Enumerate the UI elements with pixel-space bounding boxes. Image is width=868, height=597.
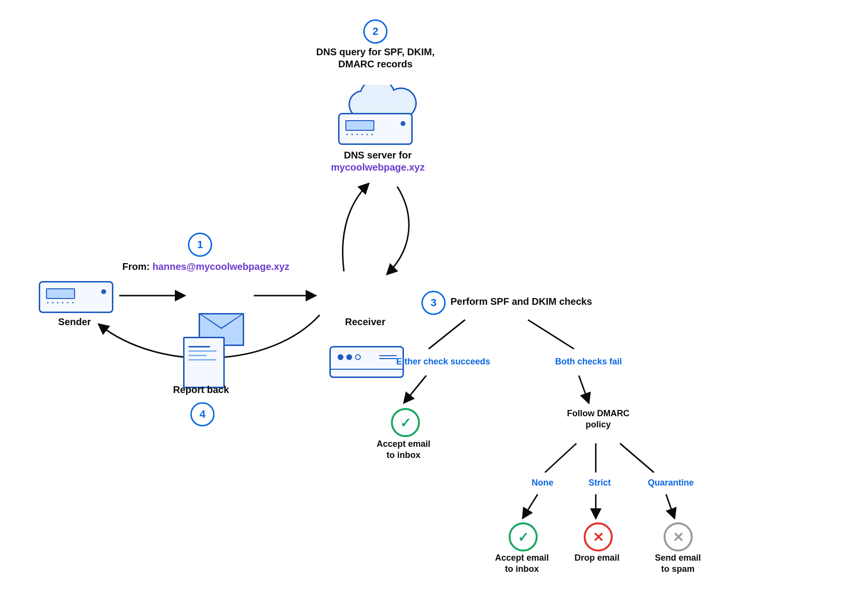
outcome-quarantine-icon: ✕ [664, 522, 693, 551]
outcome-none-label: Accept email to inbox [482, 552, 562, 574]
outcome-quarantine-label: Send email to spam [640, 552, 715, 574]
dns-server-icon: • • • • • • [338, 113, 413, 145]
step-4-badge: 4 [190, 402, 215, 426]
branch-fail: Both checks fail [540, 356, 637, 367]
step-3-text: Perform SPF and DKIM checks [450, 296, 615, 308]
outcome-none-icon: ✓ [509, 522, 538, 551]
step-1-number: 1 [197, 238, 203, 251]
step-2-number: 2 [372, 25, 378, 38]
svg-line-6 [545, 443, 576, 472]
receiver-label: Receiver [329, 316, 401, 328]
svg-line-2 [429, 320, 465, 349]
dmarc-flow-diagram: 2 DNS query for SPF, DKIM, DMARC records… [0, 0, 868, 597]
svg-line-9 [523, 494, 538, 518]
outcome-accept-label: Accept email to inbox [362, 439, 445, 460]
step-4-text: Report back [155, 384, 247, 396]
from-email: hannes@mycoolwebpage.xyz [153, 261, 290, 272]
check-icon: ✓ [518, 529, 529, 545]
step-3-number: 3 [431, 297, 436, 309]
sender-label: Sender [39, 316, 110, 328]
sender-server-icon: • • • • • • [39, 281, 113, 313]
outcome-accept-icon: ✓ [391, 408, 420, 437]
dns-caption-domain: mycoolwebpage.xyz [331, 162, 424, 173]
svg-line-11 [666, 494, 674, 518]
step-3-badge: 3 [421, 291, 446, 315]
svg-line-3 [528, 320, 574, 349]
svg-line-5 [579, 376, 589, 402]
from-prefix: From: [122, 261, 152, 272]
step-4-number: 4 [200, 408, 205, 421]
outcome-strict-icon: ✕ [584, 522, 613, 551]
check-icon: ✓ [400, 415, 411, 431]
outcome-strict-label: Drop email [564, 552, 630, 564]
step-1-text: From: hannes@mycoolwebpage.xyz [114, 261, 298, 273]
step-2-badge: 2 [363, 19, 388, 44]
dns-caption-prefix: DNS server for [344, 150, 412, 160]
report-icon [183, 337, 225, 388]
step-2-text: DNS query for SPF, DKIM, DMARC records [300, 46, 450, 70]
dns-caption: DNS server for mycoolwebpage.xyz [310, 149, 446, 173]
cross-icon: ✕ [593, 529, 604, 545]
policy-none: None [523, 477, 562, 488]
branch-succeed: Either check succeeds [388, 356, 499, 367]
dmarc-policy-label: Follow DMARC policy [557, 408, 639, 430]
policy-strict: Strict [580, 477, 619, 488]
policy-quarantine: Quarantine [639, 477, 702, 488]
svg-line-8 [620, 443, 654, 472]
step-1-badge: 1 [188, 233, 212, 257]
cross-icon: ✕ [673, 529, 684, 545]
dns-node: • • • • • • [334, 85, 421, 143]
svg-line-4 [404, 376, 426, 402]
